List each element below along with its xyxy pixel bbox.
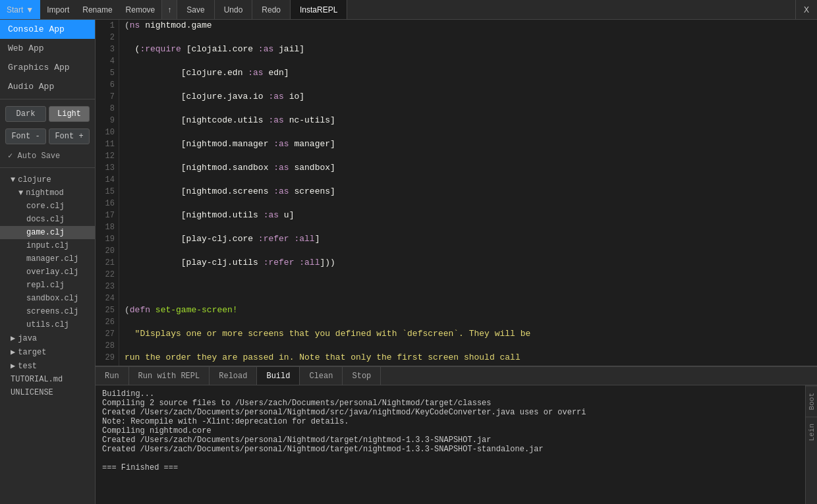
tree-folder-clojure[interactable]: ▼clojure xyxy=(0,173,95,186)
tree-folder-target[interactable]: ▶target xyxy=(0,345,95,359)
top-bar: Start ▼ Import Rename Remove ↑ Save Undo… xyxy=(0,0,817,20)
import-button[interactable]: Import xyxy=(40,0,76,19)
sidebar: Console App Web App Graphics App Audio A… xyxy=(0,20,96,504)
tree-folder-java[interactable]: ▶java xyxy=(0,331,95,345)
start-dropdown[interactable]: Start ▼ xyxy=(0,0,40,19)
nightmod-folder-label: nightmod xyxy=(26,188,64,198)
file-input-clj[interactable]: input.clj xyxy=(0,239,95,252)
vertical-tabs: Boot Lein xyxy=(805,385,817,504)
editor-area: 12345 678910 1112131415 1617181920 21222… xyxy=(96,20,817,504)
file-screens-clj[interactable]: screens.clj xyxy=(0,305,95,318)
close-button[interactable]: X xyxy=(795,0,817,19)
sidebar-nav: Console App Web App Graphics App Audio A… xyxy=(0,20,95,96)
boot-vtab[interactable]: Boot xyxy=(806,385,817,416)
file-manager-clj[interactable]: manager.clj xyxy=(0,252,95,266)
divider-2 xyxy=(0,167,95,168)
rename-button[interactable]: Rename xyxy=(76,0,119,19)
dropdown-arrow-icon: ▼ xyxy=(26,5,34,14)
target-folder-label: target xyxy=(18,348,46,357)
file-game-clj[interactable]: game.clj xyxy=(0,226,95,239)
theme-row: Dark Light xyxy=(0,102,95,126)
bottom-panel: Run Run with REPL Reload Build Clean Sto… xyxy=(96,366,817,504)
code-editor[interactable]: 12345 678910 1112131415 1617181920 21222… xyxy=(96,20,817,366)
lein-vtab[interactable]: Lein xyxy=(806,416,817,447)
file-tutorial[interactable]: TUTORIAL.md xyxy=(0,373,95,386)
divider-1 xyxy=(0,99,95,99)
light-theme-button[interactable]: Light xyxy=(49,106,90,122)
font-increase-button[interactable]: Font + xyxy=(49,128,90,144)
file-utils-clj[interactable]: utils.clj xyxy=(0,318,95,331)
arrow-icon-5: ▶ xyxy=(11,362,15,371)
start-label: Start xyxy=(7,5,23,14)
clojure-folder-label: clojure xyxy=(18,175,51,184)
code-content[interactable]: (ns nightmod.game (:require [clojail.cor… xyxy=(119,20,817,366)
arrow-icon-4: ▶ xyxy=(11,348,15,357)
remove-button[interactable]: Remove xyxy=(119,0,162,19)
main-layout: Console App Web App Graphics App Audio A… xyxy=(0,20,817,504)
run-tab[interactable]: Run xyxy=(96,367,129,385)
tree-folder-test[interactable]: ▶test xyxy=(0,359,95,373)
file-core-clj[interactable]: core.clj xyxy=(0,200,95,213)
font-decrease-button[interactable]: Font - xyxy=(5,128,46,144)
java-folder-label: java xyxy=(18,334,37,343)
file-tree: ▼clojure ▼nightmod core.clj docs.clj gam… xyxy=(0,171,95,504)
save-tab[interactable]: Save xyxy=(177,0,214,19)
bottom-tabs: Run Run with REPL Reload Build Clean Sto… xyxy=(96,367,817,385)
build-tab[interactable]: Build xyxy=(257,367,300,385)
up-arrow-button[interactable]: ↑ xyxy=(162,0,177,19)
file-unlicense[interactable]: UNLICENSE xyxy=(0,386,95,399)
line-numbers: 12345 678910 1112131415 1617181920 21222… xyxy=(96,20,119,366)
sidebar-item-graphics-app[interactable]: Graphics App xyxy=(0,58,95,77)
redo-tab[interactable]: Redo xyxy=(252,0,291,19)
arrow-icon: ▼ xyxy=(11,175,15,184)
instarepl-tab[interactable]: InstaREPL xyxy=(291,0,347,19)
font-row: Font - Font + xyxy=(0,126,95,147)
file-repl-clj[interactable]: repl.clj xyxy=(0,279,95,292)
file-docs-clj[interactable]: docs.clj xyxy=(0,213,95,226)
reload-tab[interactable]: Reload xyxy=(210,367,257,385)
sidebar-item-console-app[interactable]: Console App xyxy=(0,20,95,39)
clean-tab[interactable]: Clean xyxy=(300,367,343,385)
dark-theme-button[interactable]: Dark xyxy=(5,106,46,122)
sidebar-item-web-app[interactable]: Web App xyxy=(0,39,95,58)
output-content: Building... Compiling 2 source files to … xyxy=(96,385,805,504)
tree-folder-nightmod[interactable]: ▼nightmod xyxy=(0,186,95,200)
undo-tab[interactable]: Undo xyxy=(215,0,253,19)
test-folder-label: test xyxy=(18,362,37,371)
sidebar-item-audio-app[interactable]: Audio App xyxy=(0,77,95,96)
autosave-row[interactable]: ✓ Auto Save xyxy=(0,147,95,165)
run-repl-tab[interactable]: Run with REPL xyxy=(129,367,210,385)
arrow-icon-2: ▼ xyxy=(18,188,23,198)
arrow-icon-3: ▶ xyxy=(11,334,15,343)
stop-tab[interactable]: Stop xyxy=(343,367,381,385)
file-overlay-clj[interactable]: overlay.clj xyxy=(0,266,95,279)
file-sandbox-clj[interactable]: sandbox.clj xyxy=(0,292,95,305)
